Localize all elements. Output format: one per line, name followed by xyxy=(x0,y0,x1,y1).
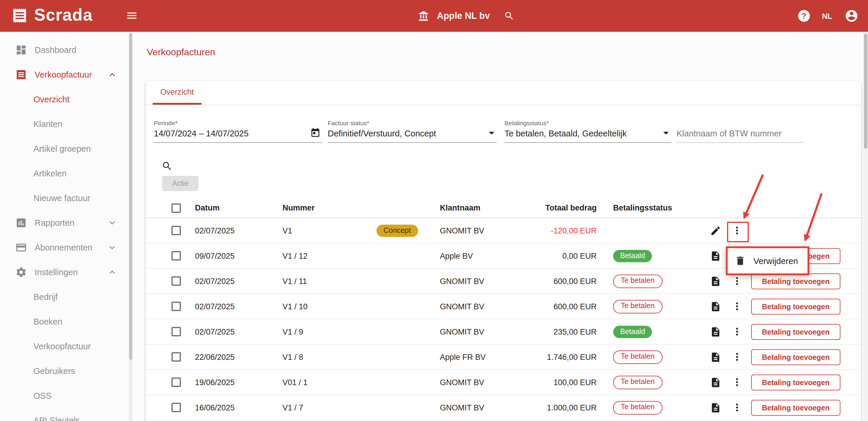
sidebar-item-verkoopfactuur[interactable]: Verkoopfactuur xyxy=(0,62,133,87)
cell-klantnaam: GNOMIT BV xyxy=(440,378,527,387)
sidebar-item-label: Verkoopfactuur xyxy=(33,342,91,351)
betaling-toevoegen-button[interactable]: Betaling toevoegen xyxy=(751,400,840,416)
sidebar-item-artikel-groepen[interactable]: Artikel groepen xyxy=(0,136,133,161)
sidebar-item-label: Klanten xyxy=(33,119,62,129)
sidebar-item-boeken[interactable]: Boeken xyxy=(0,309,133,334)
context-menu-item-verwijderen[interactable]: Verwijderen xyxy=(753,256,798,265)
sidebar-item-klanten[interactable]: Klanten xyxy=(0,112,133,136)
more-options-icon[interactable] xyxy=(731,376,743,388)
table-row: 02/07/2025 V1 Concept GNOMIT BV -120,00 … xyxy=(146,218,861,244)
cell-totaal: 0,00 EUR xyxy=(527,251,597,260)
factuur-status-filter[interactable]: Factuur status* Definitief/Verstuurd, Co… xyxy=(328,116,497,143)
betaling-toevoegen-button[interactable]: Betaling toevoegen xyxy=(751,299,840,315)
sidebar-item-dashboard[interactable]: Dashboard xyxy=(0,38,133,62)
more-options-icon[interactable] xyxy=(731,401,743,413)
invoices-table: Datum Nummer Klantnaam Totaal bedrag Bet… xyxy=(146,198,861,420)
dropdown-caret-icon[interactable] xyxy=(659,127,673,139)
document-icon[interactable] xyxy=(710,301,721,312)
cell-nummer: V1 / 10 xyxy=(282,302,376,311)
more-options-icon[interactable] xyxy=(731,326,743,337)
settings-icon xyxy=(15,266,27,278)
table-search-icon[interactable] xyxy=(161,161,173,172)
more-options-icon[interactable] xyxy=(731,351,743,363)
betaling-toevoegen-button[interactable]: Betaling toevoegen xyxy=(751,274,840,289)
sidebar-item-abonnementen[interactable]: Abonnementen xyxy=(0,235,133,260)
row-checkbox[interactable] xyxy=(172,377,181,387)
row-checkbox[interactable] xyxy=(172,327,181,336)
row-actions: Betaling toevoegen xyxy=(696,344,861,369)
sidebar-scrollbar[interactable] xyxy=(129,32,133,421)
sidebar-item-label: API Sleutels xyxy=(33,416,80,421)
col-nummer: Nummer xyxy=(282,203,376,212)
klantnaam-input[interactable] xyxy=(677,129,803,138)
periode-filter[interactable]: Periode* 14/07/2024 – 14/07/2025 xyxy=(154,116,322,143)
more-options-icon[interactable] xyxy=(731,225,743,236)
sidebar-item-label: Gebruikers xyxy=(33,366,75,376)
sidebar-item-api-sleutels[interactable]: API Sleutels xyxy=(0,408,133,421)
sidebar-item-verkoopfactuur-instellingen[interactable]: Verkoopfactuur xyxy=(0,334,133,359)
document-icon[interactable] xyxy=(710,276,721,287)
company-switcher[interactable]: Apple NL bv xyxy=(418,0,515,32)
app-root: Scrada Apple NL bv ? NL Dashboard Verkoo… xyxy=(0,0,868,421)
betaling-toevoegen-button[interactable]: Betaling toevoegen xyxy=(751,349,840,365)
cell-totaal: 1.746,00 EUR xyxy=(527,353,597,361)
sidebar-item-label: Artikel groepen xyxy=(33,144,91,153)
sidebar-scrollbar-thumb[interactable] xyxy=(129,33,132,360)
row-checkbox[interactable] xyxy=(172,251,181,260)
actie-button[interactable]: Actie xyxy=(162,176,198,191)
help-icon[interactable]: ? xyxy=(798,10,810,22)
betaling-toevoegen-button[interactable]: Betaling toevoegen xyxy=(751,324,840,340)
calendar-icon[interactable] xyxy=(310,128,321,138)
cell-nummer: V1 xyxy=(282,226,376,235)
document-icon[interactable] xyxy=(710,352,721,363)
menu-icon[interactable] xyxy=(126,9,138,22)
table-header-row: Datum Nummer Klantnaam Totaal bedrag Bet… xyxy=(146,198,861,218)
status-chip: Te betalen xyxy=(613,350,662,364)
dropdown-caret-icon[interactable] xyxy=(485,127,498,139)
row-checkbox[interactable] xyxy=(172,352,181,362)
sidebar-item-gebruikers[interactable]: Gebruikers xyxy=(0,359,133,383)
sidebar-item-label: Overzicht xyxy=(33,95,70,104)
edit-icon[interactable] xyxy=(710,225,721,236)
sidebar-item-overzicht[interactable]: Overzicht xyxy=(0,87,133,112)
chevron-up-icon xyxy=(107,267,118,278)
cell-klantnaam: GNOMIT BV xyxy=(440,226,527,235)
cell-datum: 22/06/2025 xyxy=(195,353,282,361)
sidebar-item-rapporten[interactable]: Rapporten xyxy=(0,210,133,235)
account-icon[interactable] xyxy=(844,9,859,23)
company-name: Apple NL bv xyxy=(437,10,490,21)
sidebar-item-artikelen[interactable]: Artikelen xyxy=(0,161,133,186)
row-checkbox[interactable] xyxy=(172,302,181,311)
row-checkbox[interactable] xyxy=(172,403,181,412)
sidebar-item-oss[interactable]: OSS xyxy=(0,383,133,408)
document-icon[interactable] xyxy=(710,326,721,337)
page-scrollbar[interactable] xyxy=(863,32,868,421)
top-bar: Scrada Apple NL bv ? NL xyxy=(0,0,868,32)
sidebar-item-bedrijf[interactable]: Bedrijf xyxy=(0,285,133,309)
sidebar-item-nieuwe-factuur[interactable]: Nieuwe factuur xyxy=(0,186,133,210)
document-icon[interactable] xyxy=(710,402,721,413)
more-options-icon[interactable] xyxy=(731,301,743,312)
more-options-icon[interactable] xyxy=(731,275,743,287)
betaling-toevoegen-button[interactable]: Betaling toevoegen xyxy=(751,374,840,390)
row-checkbox[interactable] xyxy=(172,276,181,286)
betalingsstatus-label: Betalingsstatus* xyxy=(504,119,671,127)
sidebar: Dashboard Verkoopfactuur Overzicht Klant… xyxy=(0,32,133,421)
page-title: Verkoopfacturen xyxy=(147,47,215,58)
page-scrollbar-thumb[interactable] xyxy=(864,33,867,149)
sidebar-item-instellingen[interactable]: Instellingen xyxy=(0,260,133,285)
status-chip: Te betalen xyxy=(613,375,662,389)
cell-datum: 16/06/2025 xyxy=(195,403,282,412)
document-icon[interactable] xyxy=(710,251,721,262)
table-row: 22/06/2025 V1 / 8 Apple FR BV 1.746,00 E… xyxy=(146,344,861,370)
main-content: Verkoopfacturen Overzicht Periode* 14/07… xyxy=(133,32,868,421)
row-actions: Betaling toevoegen xyxy=(696,395,861,420)
dashboard-icon xyxy=(15,44,27,56)
row-checkbox[interactable] xyxy=(172,226,181,235)
document-icon[interactable] xyxy=(710,377,721,388)
select-all-checkbox[interactable] xyxy=(172,203,181,213)
tab-overzicht[interactable]: Overzicht xyxy=(153,81,202,105)
search-icon[interactable] xyxy=(504,10,515,21)
betalingsstatus-filter[interactable]: Betalingsstatus* Te betalen, Betaald, Ge… xyxy=(504,116,671,143)
language-indicator[interactable]: NL xyxy=(822,11,832,20)
